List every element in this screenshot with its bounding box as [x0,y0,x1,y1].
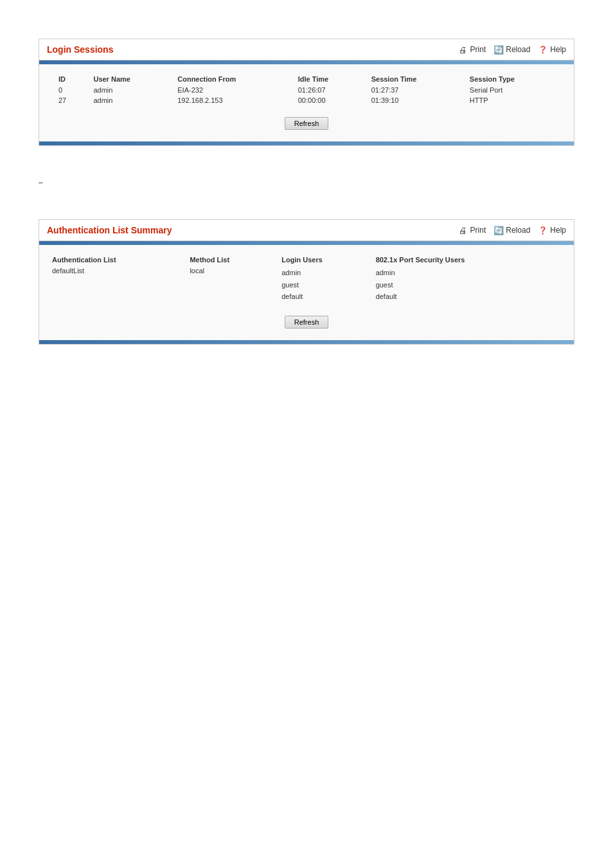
dash-char: – [39,178,43,187]
auth-help-label: Help [550,226,566,235]
login-sessions-title: Login Sessions [47,44,113,55]
col-session: Session Time [365,73,463,85]
login-sessions-table: ID User Name Connection From Idle Time S… [52,73,561,105]
print-label: Print [470,45,486,54]
auth-summary-header: Authentication List Summary Print Reload… [39,220,574,241]
cell-connection: EIA-232 [171,85,292,95]
auth-refresh-button[interactable]: Refresh [285,316,329,329]
cell-session: 01:27:37 [365,85,463,95]
dash-area: – [0,172,613,194]
col-id: ID [52,73,87,85]
cell-connection: 192.168.2.153 [171,95,292,105]
auth-summary-panel: Authentication List Summary Print Reload… [39,219,574,345]
auth-summary-actions: Print Reload Help [458,225,566,235]
auth-col-method: Method List [190,254,281,266]
col-username: User Name [87,73,171,85]
auth-col-security: 802.1x Port Security Users [376,254,561,266]
cell-username: admin [87,95,171,105]
method-list-cell: local [190,266,281,304]
reload-icon [493,44,504,55]
auth-refresh-area: Refresh [52,312,561,331]
help-label: Help [550,45,566,54]
login-sessions-header: Login Sessions Print Reload Help [39,39,574,60]
cell-id: 0 [52,85,87,95]
auth-blue-strip-bottom [39,340,574,344]
auth-reload-button[interactable]: Reload [493,225,530,235]
auth-summary-table: Authentication List Method List Login Us… [52,254,561,304]
auth-header-row: Authentication List Method List Login Us… [52,254,561,266]
col-type: Session Type [463,73,561,85]
cell-type: HTTP [463,95,561,105]
auth-col-list: Authentication List [52,254,190,266]
auth-help-button[interactable]: Help [538,225,566,235]
auth-print-button[interactable]: Print [458,225,486,235]
auth-list-cell: defaultList [52,266,190,304]
auth-table-row: defaultListlocaladminguestdefaultadmingu… [52,266,561,304]
reload-label: Reload [506,45,530,54]
help-button[interactable]: Help [538,44,566,55]
auth-col-login: Login Users [281,254,375,266]
col-connection: Connection From [171,73,292,85]
cell-username: admin [87,85,171,95]
table-header-row: ID User Name Connection From Idle Time S… [52,73,561,85]
cell-session: 01:39:10 [365,95,463,105]
reload-button[interactable]: Reload [493,44,530,55]
login-sessions-content: ID User Name Connection From Idle Time S… [39,64,574,141]
auth-help-icon [538,225,548,235]
login-refresh-area: Refresh [52,113,561,132]
help-icon [538,44,548,55]
security-users-cell: adminguestdefault [376,266,561,304]
table-row: 0adminEIA-23201:26:0701:27:37Serial Port [52,85,561,95]
auth-reload-label: Reload [506,226,530,235]
blue-strip-bottom [39,141,574,145]
print-button[interactable]: Print [458,44,486,55]
print-icon [458,44,468,55]
login-users-cell: adminguestdefault [281,266,375,304]
col-idle: Idle Time [292,73,365,85]
auth-print-label: Print [470,226,486,235]
table-row: 27admin192.168.2.15300:00:0001:39:10HTTP [52,95,561,105]
auth-summary-title: Authentication List Summary [47,225,172,235]
cell-idle: 00:00:00 [292,95,365,105]
cell-idle: 01:26:07 [292,85,365,95]
login-sessions-actions: Print Reload Help [458,44,566,55]
login-refresh-button[interactable]: Refresh [285,117,329,130]
cell-id: 27 [52,95,87,105]
auth-reload-icon [493,225,504,235]
auth-print-icon [458,225,468,235]
auth-summary-content: Authentication List Method List Login Us… [39,245,574,340]
cell-type: Serial Port [463,85,561,95]
login-sessions-panel: Login Sessions Print Reload Help [39,39,574,146]
